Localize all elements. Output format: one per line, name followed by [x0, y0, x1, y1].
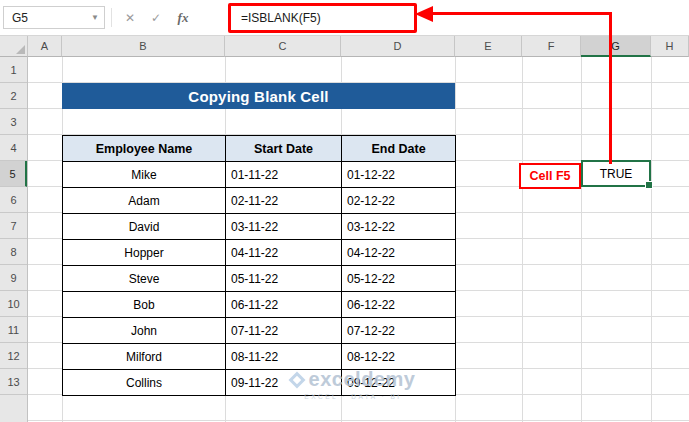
table-cell[interactable]: 09-12-22: [342, 370, 456, 396]
row-header-2[interactable]: 2: [0, 83, 27, 109]
table-cell[interactable]: 08-12-22: [342, 344, 456, 370]
column-header-c[interactable]: C: [225, 36, 341, 57]
annotation-arrow-horizontal: [433, 12, 612, 15]
column-header-e[interactable]: E: [455, 36, 522, 57]
table-cell[interactable]: 05-12-22: [342, 266, 456, 292]
table-row: Hopper 04-11-22 04-12-22: [63, 240, 456, 266]
column-header-d[interactable]: D: [341, 36, 455, 57]
row-header-13[interactable]: 13: [0, 369, 27, 395]
column-header-a[interactable]: A: [28, 36, 62, 57]
row-header-6[interactable]: 6: [0, 187, 27, 213]
table-row: Steve 05-11-22 05-12-22: [63, 266, 456, 292]
formula-highlight-box: [228, 3, 417, 33]
table-cell[interactable]: Mike: [63, 162, 226, 188]
employee-table: Employee Name Start Date End Date Mike 0…: [62, 135, 456, 396]
annotation-arrow-head: [415, 6, 433, 22]
table-row: Milford 08-11-22 08-12-22: [63, 344, 456, 370]
title-banner-cell[interactable]: Copying Blank Cell: [62, 83, 455, 109]
table-cell[interactable]: 08-11-22: [226, 344, 342, 370]
table-cell[interactable]: 07-12-22: [342, 318, 456, 344]
table-row: David 03-11-22 03-12-22: [63, 214, 456, 240]
row-header-3[interactable]: 3: [0, 109, 27, 135]
column-header-row: A B C D E F G H: [0, 36, 689, 57]
row-header-10[interactable]: 10: [0, 291, 27, 317]
table-cell[interactable]: 06-11-22: [226, 292, 342, 318]
name-box-dropdown-icon[interactable]: ▼: [91, 13, 104, 22]
table-cell[interactable]: Steve: [63, 266, 226, 292]
selected-cell-g5[interactable]: TRUE: [581, 160, 651, 187]
table-header-employee-name[interactable]: Employee Name: [63, 136, 226, 162]
gridline: [522, 57, 523, 422]
row-header-4[interactable]: 4: [0, 135, 27, 161]
table-row: Bob 06-11-22 06-12-22: [63, 292, 456, 318]
table-cell[interactable]: 03-11-22: [226, 214, 342, 240]
table-header-end-date[interactable]: End Date: [342, 136, 456, 162]
table-cell[interactable]: 05-11-22: [226, 266, 342, 292]
table-cell[interactable]: Bob: [63, 292, 226, 318]
table-row: Mike 01-11-22 01-12-22: [63, 162, 456, 188]
cell-value-true: TRUE: [600, 167, 633, 181]
row-header-12[interactable]: 12: [0, 343, 27, 369]
gridline: [651, 57, 652, 422]
table-cell[interactable]: Milford: [63, 344, 226, 370]
row-header-7[interactable]: 7: [0, 213, 27, 239]
table-row: John 07-11-22 07-12-22: [63, 318, 456, 344]
row-header-11[interactable]: 11: [0, 317, 27, 343]
table-cell[interactable]: 07-11-22: [226, 318, 342, 344]
row-header-column: 1 2 3 4 5 6 7 8 9 10 11 12 13: [0, 57, 28, 422]
table-row: Adam 02-11-22 02-12-22: [63, 188, 456, 214]
table-cell[interactable]: David: [63, 214, 226, 240]
annotation-arrow-vertical: [609, 12, 612, 164]
sheet-grid: 1 2 3 4 5 6 7 8 9 10 11 12 13 Copying Bl…: [0, 57, 689, 422]
insert-function-icon[interactable]: fx: [170, 0, 196, 36]
table-row: Collins 09-11-22 09-12-22: [63, 370, 456, 396]
table-cell[interactable]: Collins: [63, 370, 226, 396]
row-header-5-selected[interactable]: 5: [0, 161, 27, 187]
column-header-f[interactable]: F: [522, 36, 581, 57]
table-cell[interactable]: 09-11-22: [226, 370, 342, 396]
cancel-icon[interactable]: ✕: [118, 0, 142, 36]
table-cell[interactable]: 01-12-22: [342, 162, 456, 188]
table-cell[interactable]: 02-11-22: [226, 188, 342, 214]
name-box-value: G5: [12, 11, 28, 25]
table-cell[interactable]: 06-12-22: [342, 292, 456, 318]
cell-f5-callout: Cell F5: [519, 163, 581, 189]
column-header-b[interactable]: B: [62, 36, 225, 57]
table-cell[interactable]: Hopper: [63, 240, 226, 266]
row-header-9[interactable]: 9: [0, 265, 27, 291]
row-header-1[interactable]: 1: [0, 57, 27, 83]
select-all-corner[interactable]: [0, 36, 28, 57]
table-cell[interactable]: John: [63, 318, 226, 344]
table-cell[interactable]: 03-12-22: [342, 214, 456, 240]
row-header-8[interactable]: 8: [0, 239, 27, 265]
column-header-h[interactable]: H: [651, 36, 689, 57]
name-box[interactable]: G5 ▼: [3, 6, 105, 29]
enter-icon[interactable]: ✓: [144, 0, 168, 36]
table-header-start-date[interactable]: Start Date: [226, 136, 342, 162]
column-header-g-selected[interactable]: G: [581, 36, 651, 57]
table-cell[interactable]: 04-12-22: [342, 240, 456, 266]
toolbar-divider: [111, 8, 112, 27]
fill-handle[interactable]: [645, 181, 653, 189]
table-cell[interactable]: 02-12-22: [342, 188, 456, 214]
excel-window: G5 ▼ ✕ ✓ fx =ISBLANK(F5) A B C D E F G H…: [0, 0, 689, 422]
table-cell[interactable]: Adam: [63, 188, 226, 214]
table-cell[interactable]: 04-11-22: [226, 240, 342, 266]
gridline: [581, 57, 582, 422]
table-cell[interactable]: 01-11-22: [226, 162, 342, 188]
table-header-row: Employee Name Start Date End Date: [63, 136, 456, 162]
